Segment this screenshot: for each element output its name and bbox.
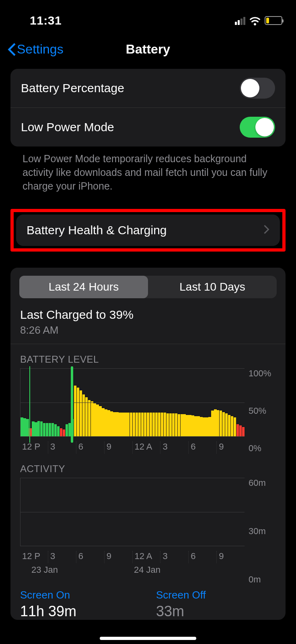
low-power-mode-hint: Low Power Mode temporarily reduces backg… [10, 147, 286, 209]
battery-usage-card: Last 24 Hours Last 10 Days Last Charged … [10, 268, 286, 620]
back-button[interactable]: Settings [7, 42, 64, 57]
tab-last-10-days[interactable]: Last 10 Days [148, 276, 277, 298]
low-power-mode-label: Low Power Mode [21, 120, 114, 134]
last-charged-time: 8:26 AM [20, 324, 276, 336]
activity-x-axis: 12 P 3 6 9 12 A 3 6 9 [20, 546, 245, 563]
activity-chart: 12 P 3 6 9 12 A 3 6 9 23 Jan 24 Jan 60m … [10, 478, 286, 585]
battery-percentage-label: Battery Percentage [21, 81, 124, 95]
screen-on-label: Screen On [20, 589, 140, 601]
page-title: Battery [126, 42, 170, 57]
home-indicator[interactable] [100, 637, 196, 640]
battery-icon [265, 16, 282, 25]
back-label: Settings [17, 42, 64, 57]
instruction-highlight: Battery Health & Charging [10, 209, 286, 252]
tab-last-24-hours[interactable]: Last 24 Hours [19, 276, 148, 298]
battery-percentage-toggle[interactable] [240, 78, 275, 99]
screen-off-value: 33m [156, 603, 276, 620]
time-range-segmented[interactable]: Last 24 Hours Last 10 Days [19, 276, 277, 298]
battery-level-chart: 12 P 3 6 9 12 A 3 6 9 100% 50% 0% [10, 368, 286, 454]
screen-time-summary: Screen On 11h 39m Screen Off 33m [10, 585, 286, 620]
battery-y-axis: 100% 50% 0% [245, 368, 277, 454]
low-power-mode-row[interactable]: Low Power Mode [10, 107, 286, 147]
battery-health-row[interactable]: Battery Health & Charging [16, 215, 280, 246]
cellular-icon [235, 16, 245, 25]
battery-level-label: BATTERY LEVEL [10, 344, 286, 368]
battery-x-axis: 12 P 3 6 9 12 A 3 6 9 [20, 437, 245, 454]
chevron-right-icon [264, 225, 269, 235]
status-icons [235, 16, 282, 25]
last-charged-title: Last Charged to 39% [20, 308, 276, 322]
nav-header: Settings Battery [0, 34, 296, 69]
chevron-left-icon [7, 43, 16, 56]
screen-on-value: 11h 39m [20, 603, 140, 620]
screen-off-label: Screen Off [156, 589, 276, 601]
activity-y-axis: 60m 30m 0m [245, 478, 277, 585]
last-charged-info: Last Charged to 39% 8:26 AM [10, 308, 286, 344]
date-row: 23 Jan 24 Jan [20, 563, 245, 585]
battery-health-label: Battery Health & Charging [27, 223, 167, 237]
status-time: 11:31 [30, 14, 62, 27]
activity-label: ACTIVITY [10, 454, 286, 478]
low-power-mode-toggle[interactable] [240, 117, 275, 138]
battery-percentage-row[interactable]: Battery Percentage [10, 69, 286, 107]
status-bar: 11:31 [0, 0, 296, 34]
battery-options-card: Battery Percentage Low Power Mode [10, 69, 286, 147]
wifi-icon [249, 16, 261, 25]
